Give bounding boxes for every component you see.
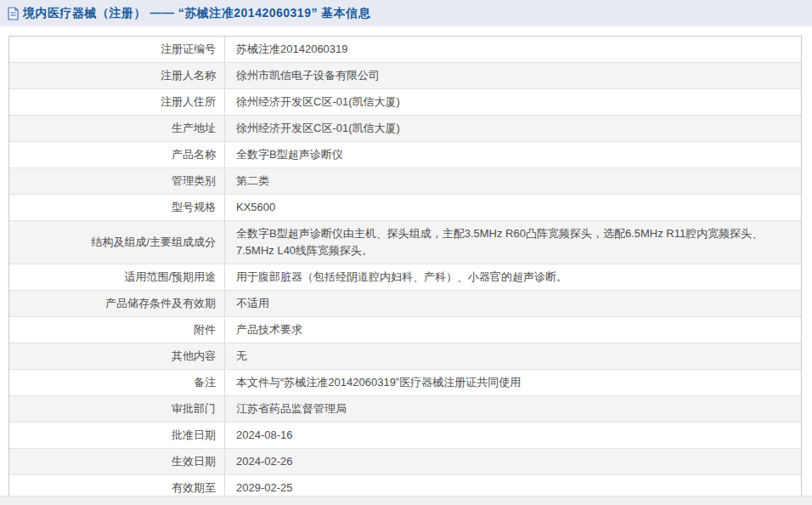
table-row: 注册人名称 徐州市凯信电子设备有限公司 [9,62,801,88]
table-row: 其他内容 无 [9,343,801,369]
row-value: 本文件与“苏械注准20142060319”医疗器械注册证共同使用 [224,370,801,395]
row-label: 注册人住所 [9,89,224,115]
row-value: 江苏省药品监督管理局 [224,396,801,422]
row-label: 其他内容 [9,343,224,369]
row-value: 无 [224,343,801,369]
table-row: 适用范围/预期用途 用于腹部脏器（包括经阴道腔内妇科、产科）、小器官的超声诊断。 [9,264,801,290]
row-value: 苏械注准20142060319 [224,37,801,62]
table-row: 批准日期 2024-08-16 [9,422,801,448]
bottom-strip [0,496,812,505]
table-row: 注册人住所 徐州经济开发区C区-01(凯信大厦) [9,88,801,115]
document-icon [7,7,20,20]
row-value: 徐州经济开发区C区-01(凯信大厦) [224,89,801,115]
table-row: 产品名称 全数字B型超声诊断仪 [9,141,801,167]
row-label: 注册证编号 [9,37,224,62]
row-label: 生产地址 [9,116,224,141]
row-value: 徐州市凯信电子设备有限公司 [224,63,801,88]
table-row: 生产地址 徐州经济开发区C区-01(凯信大厦) [9,115,801,141]
row-label: 注册人名称 [9,63,224,88]
registration-info-table: 注册证编号 苏械注准20142060319 注册人名称 徐州市凯信电子设备有限公… [8,36,802,505]
table-row: 备注 本文件与“苏械注准20142060319”医疗器械注册证共同使用 [9,369,801,395]
table-row: 管理类别 第二类 [9,167,801,194]
row-value: 产品技术要求 [224,317,801,343]
row-value: 用于腹部脏器（包括经阴道腔内妇科、产科）、小器官的超声诊断。 [224,264,801,290]
row-label: 批准日期 [9,423,224,448]
row-label: 产品储存条件及有效期 [9,291,224,316]
row-value: KX5600 [224,195,801,220]
table-row: 审批部门 江苏省药品监督管理局 [9,395,801,422]
row-value: 全数字B型超声诊断仪由主机、探头组成，主配3.5MHz R60凸阵宽频探头，选配… [224,221,801,264]
table-row: 产品储存条件及有效期 不适用 [9,290,801,316]
row-label: 审批部门 [9,396,224,422]
row-label: 型号规格 [9,195,224,220]
row-label: 附件 [9,317,224,343]
row-value: 徐州经济开发区C区-01(凯信大厦) [224,116,801,141]
row-value: 第二类 [224,168,801,194]
row-label: 产品名称 [9,142,224,167]
table-row: 附件 产品技术要求 [9,316,801,343]
table-row: 型号规格 KX5600 [9,194,801,220]
row-label: 备注 [9,370,224,395]
table-row: 结构及组成/主要组成成分 全数字B型超声诊断仪由主机、探头组成，主配3.5MHz… [9,220,801,264]
row-label: 适用范围/预期用途 [9,264,224,290]
row-value: 全数字B型超声诊断仪 [224,142,801,167]
row-label: 生效日期 [9,449,224,474]
row-label: 结构及组成/主要组成成分 [9,221,224,264]
table-row: 注册证编号 苏械注准20142060319 [9,37,801,62]
row-value: 2024-02-26 [224,449,801,474]
table-row: 生效日期 2024-02-26 [9,448,801,474]
row-value: 不适用 [224,291,801,316]
page-header: 境内医疗器械（注册） —— “苏械注准20142060319” 基本信息 [0,0,812,26]
page-title: 境内医疗器械（注册） —— “苏械注准20142060319” 基本信息 [23,6,370,21]
row-label: 管理类别 [9,168,224,194]
row-value: 2024-08-16 [224,423,801,448]
